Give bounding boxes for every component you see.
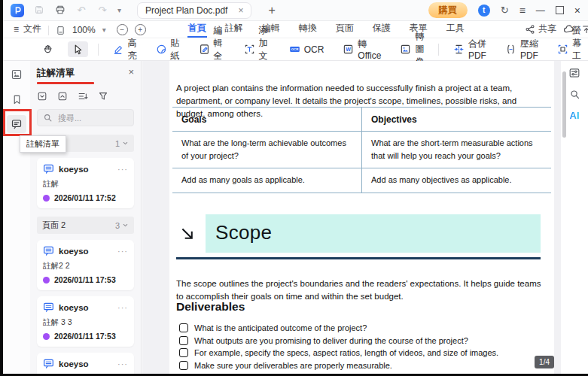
checkbox-icon [179, 348, 188, 357]
window-minimize-button[interactable]: — [536, 5, 545, 16]
merge-pdf-icon [453, 44, 465, 55]
share-button[interactable]: 共享 [525, 23, 556, 35]
ribbon-tab-convert[interactable]: 轉換 [298, 20, 318, 38]
compress-pdf-tool[interactable]: 壓縮PDF [501, 35, 543, 63]
filter-icon[interactable] [98, 91, 108, 102]
history-caret-icon[interactable]: ▾ [117, 6, 125, 14]
annotation-color-dot [43, 195, 50, 202]
hand-tool[interactable] [38, 41, 58, 57]
zoom-value[interactable]: 100% [72, 25, 96, 35]
user-avatar[interactable]: t [478, 5, 490, 17]
scope-paragraph: The scope outlines the project's boundar… [176, 277, 546, 304]
tab-close-icon[interactable]: × [238, 5, 243, 16]
table-cell: What are the short-term measurable actio… [362, 132, 552, 168]
deliverables-heading: Deliverables [176, 300, 245, 314]
highlight-icon [113, 44, 124, 55]
to-office-tool[interactable]: W轉Office [338, 35, 385, 63]
pdf-editor-window: ↶ ↷ ▾ Project Plan Doc.pdf × + 購買 t ↻ ≡ … [0, 0, 588, 376]
search-icon [43, 113, 53, 123]
undo-icon[interactable]: ↶ [75, 5, 87, 15]
document-viewport: A project plan contains the information … [142, 61, 561, 374]
page-section-header[interactable]: 頁面 2 3 [37, 217, 134, 234]
window-close-button[interactable]: × [574, 5, 580, 17]
new-tab-button[interactable]: + [268, 4, 275, 17]
annotation-search-input[interactable] [56, 113, 128, 123]
expand-all-icon[interactable] [37, 91, 47, 102]
collapse-all-icon[interactable] [57, 91, 68, 102]
annotation-author: koeyso [59, 247, 89, 256]
redo-icon[interactable]: ↷ [96, 5, 108, 15]
file-menu-label: 文件 [23, 23, 41, 35]
annotation-text: 註解2 2 [43, 261, 128, 271]
toolbar-label: 合併PDF [468, 38, 486, 61]
highlight-tool[interactable]: 高亮 [108, 35, 142, 65]
window-maximize-button[interactable] [556, 6, 564, 14]
ai-assistant-button[interactable]: AI [570, 110, 580, 121]
annotation-card[interactable]: koeyso ··· 註解 2026/01/11 17:52 [37, 158, 134, 208]
buy-button[interactable]: 購買 [428, 2, 468, 18]
panel-close-icon[interactable]: × [128, 67, 134, 77]
annotation-list: 頁面 1 1 koeyso ··· 註解 2026/01/11 17:52頁面 … [37, 135, 134, 374]
vertical-scrollbar[interactable] [562, 71, 566, 138]
checkbox-icon [179, 336, 188, 345]
sort-icon[interactable] [78, 91, 88, 102]
ocr-tool[interactable]: OCROCR [285, 41, 329, 57]
zoom-caret-icon[interactable]: ▾ [102, 26, 110, 34]
annotation-text: 註解 3 3 [43, 317, 128, 328]
page-fit-icon[interactable] [56, 26, 66, 35]
toolbar-label: 壓縮PDF [520, 38, 538, 61]
more-options-icon[interactable]: ··· [117, 165, 128, 174]
checklist-item: What is the anticipated outcome of the p… [179, 323, 546, 332]
pdf-page: A project plan contains the information … [169, 61, 554, 374]
more-options-icon[interactable]: ··· [117, 247, 128, 256]
share-icon [525, 24, 535, 35]
goals-objectives-table: GoalsObjectivesWhat are the long-term ac… [172, 107, 551, 193]
comment-bubble-icon [43, 245, 54, 256]
document-tab[interactable]: Project Plan Doc.pdf × [137, 2, 251, 19]
checklist-item-text: What is the anticipated outcome of the p… [194, 323, 367, 332]
svg-text:W: W [346, 47, 352, 52]
comment-bubble-icon [43, 302, 54, 313]
merge-pdf-tool[interactable]: 合併PDF [449, 35, 491, 63]
checklist-item: Make sure your deliverables are properly… [179, 361, 546, 370]
toolbar: 高亮貼紙編輯全部添加文本OCROCRW轉Office轉圖像合併PDF壓縮PDF螢… [0, 38, 588, 61]
more-options-icon[interactable]: ··· [117, 359, 128, 368]
screen-tools-icon [557, 44, 568, 55]
scope-arrow-icon [176, 214, 199, 253]
toolbar-label: OCR [304, 44, 324, 55]
annotation-highlight-box [3, 109, 32, 136]
annotation-list-panel: 註解清單 × 頁面 1 1 koeyso ··· 註解 2026/01/11 1… [30, 61, 142, 374]
bookmark-panel-icon[interactable] [7, 90, 26, 108]
print-icon[interactable] [54, 5, 66, 17]
annotation-date: 2026/01/11 17:53 [54, 275, 116, 284]
comment-panel-tooltip: 註解清單 [20, 135, 66, 153]
sticker-icon [156, 44, 167, 55]
more-options-icon[interactable]: ··· [117, 303, 128, 312]
document-tab-title: Project Plan Doc.pdf [145, 5, 227, 16]
checklist-item: What outputs are you promising to delive… [179, 336, 546, 345]
annotation-card[interactable]: koeyso ··· 註解2 2 2026/01/11 17:53 [37, 240, 134, 290]
annotation-card[interactable]: koeyso ··· 註解 2026/01/11 17:53 [37, 353, 134, 374]
select-tool[interactable] [68, 41, 88, 57]
main-menu-icon[interactable]: ≡ [519, 5, 526, 17]
page-section-count[interactable]: 3 [115, 221, 129, 230]
save-icon[interactable] [33, 5, 45, 17]
annotation-author: koeyso [59, 359, 89, 368]
ocr-icon: OCR [289, 44, 300, 55]
sync-icon[interactable]: ↻ [501, 5, 509, 16]
annotation-panel-icon[interactable] [568, 67, 580, 79]
toolbar-label: 轉Office [358, 38, 381, 61]
toolbar-label: 高亮 [128, 37, 137, 62]
app-logo-icon[interactable] [11, 4, 24, 17]
zoom-in-icon[interactable]: + [135, 24, 146, 35]
thumbnail-panel-icon[interactable] [7, 65, 26, 83]
file-menu[interactable]: ≡ 文件 [14, 23, 41, 35]
search-document-icon[interactable] [569, 89, 580, 100]
table-cell: Add as many objectives as applicable. [362, 168, 552, 193]
page-section-count[interactable]: 1 [115, 139, 129, 148]
annotation-card[interactable]: koeyso ··· 註解 3 3 2026/01/11 17:53 [37, 296, 134, 347]
sticker-tool[interactable]: 貼紙 [151, 35, 184, 65]
annotation-search[interactable] [37, 109, 134, 126]
zoom-out-icon[interactable]: − [117, 24, 128, 35]
annotation-color-dot [43, 277, 50, 284]
